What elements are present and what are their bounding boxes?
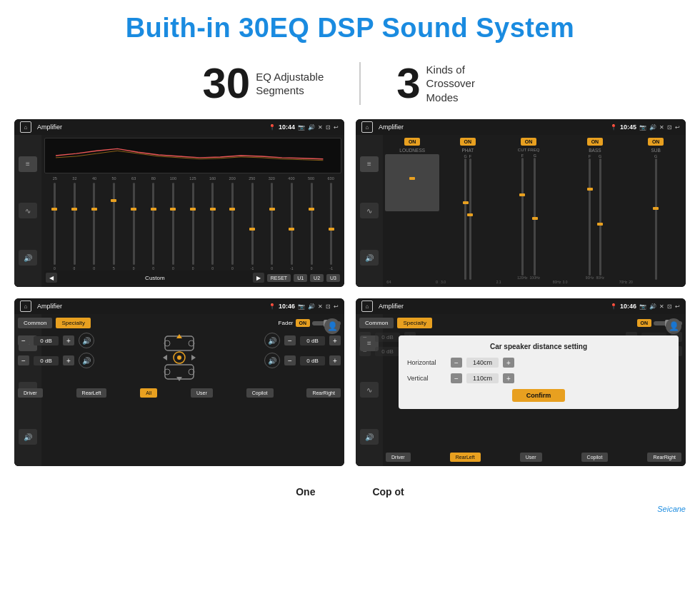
rearright-btn-4[interactable]: RearRight <box>647 453 681 462</box>
eq-reset-btn[interactable]: RESET <box>267 274 291 282</box>
time-4: 10:46 <box>620 303 636 310</box>
cx-cutfreq-f[interactable] <box>521 158 524 276</box>
plus-tl[interactable]: + <box>63 335 74 345</box>
cx-bass-g[interactable] <box>599 158 601 276</box>
sidebar-icon-wave1[interactable]: ∿ <box>19 203 37 218</box>
minus-br[interactable]: − <box>284 355 296 365</box>
minus-tr[interactable]: − <box>284 335 296 345</box>
vertical-plus[interactable]: + <box>503 373 514 383</box>
copilot-btn-4[interactable]: Copilot <box>581 453 609 462</box>
cx-cutfreq-on[interactable]: ON <box>521 138 537 146</box>
plus-br[interactable]: + <box>329 355 341 365</box>
cx-cutfreq-g[interactable] <box>534 158 536 276</box>
rearleft-btn-3[interactable]: RearLeft <box>76 388 107 398</box>
time-3: 10:46 <box>279 303 295 310</box>
home-icon-2[interactable]: ⌂ <box>361 121 373 133</box>
eq-slider-1[interactable]: 0 <box>66 183 84 271</box>
sidebar-icon-eq[interactable]: ≡ <box>19 156 37 172</box>
eq-slider-14[interactable]: -1 <box>322 183 340 271</box>
back-icon-4[interactable]: ↩ <box>675 303 680 310</box>
user-btn-4[interactable]: User <box>520 453 542 462</box>
cx-loudness-on[interactable]: ON <box>404 138 421 146</box>
speaker-row-br: 🔊 − 0 dB + <box>264 353 341 368</box>
eq-slider-2[interactable]: 0 <box>85 183 103 271</box>
sidebar-icon-cx2[interactable]: ∿ <box>360 203 379 218</box>
eq-slider-10[interactable]: -1 <box>244 183 261 271</box>
cx-phat-on[interactable]: ON <box>460 138 476 146</box>
sidebar-icon-cx3[interactable]: 🔊 <box>360 250 379 266</box>
spk-icon-br: 🔊 <box>264 353 280 368</box>
tab-specialty-3[interactable]: Specialty <box>56 318 90 328</box>
dialog-title: Car speaker distance setting <box>407 343 670 350</box>
cx-phat-g[interactable] <box>464 158 466 280</box>
plus-bl[interactable]: + <box>63 355 74 365</box>
screen4-content: ≡ ∿ 🔊 Common Specialty ON 👤 <box>356 314 686 466</box>
copilot-btn-3[interactable]: Copilot <box>246 388 274 398</box>
cx-cutfreq: ON CUT FREQ F 120Hz G 100Hz <box>496 138 561 284</box>
sidebar-icon-cx1[interactable]: ≡ <box>360 156 379 172</box>
back-icon-3[interactable]: ↩ <box>334 303 339 310</box>
minus-tl[interactable]: − <box>18 335 29 345</box>
stats-row: 30 EQ AdjustableSegments 3 Kinds ofCross… <box>0 51 700 119</box>
eq-u2-btn[interactable]: U2 <box>310 274 324 282</box>
cx-sub-on[interactable]: ON <box>648 138 664 146</box>
sq-icon-3: ⊡ <box>326 303 331 310</box>
all-btn-3[interactable]: All <box>140 388 157 398</box>
back-icon-2[interactable]: ↩ <box>675 124 680 131</box>
eq-slider-13[interactable]: 0 <box>303 183 321 271</box>
rearright-btn-3[interactable]: RearRight <box>306 388 341 398</box>
horizontal-plus[interactable]: + <box>503 358 514 368</box>
eq-slider-3[interactable]: 5 <box>105 183 123 271</box>
spec-content: Common Specialty Fader ON 👤 − <box>14 314 344 466</box>
confirm-btn[interactable]: Confirm <box>512 389 566 402</box>
eq-lbl-9: 200 <box>223 176 241 181</box>
screenshots-grid: ⌂ Amplifier 📍 10:44 📷 🔊 ✕ ⊡ ↩ ≡ ∿ 🔊 <box>0 119 700 480</box>
eq-play-btn[interactable]: ▶ <box>253 273 264 283</box>
cx-sub-g[interactable] <box>655 158 657 280</box>
cx-phat-f[interactable] <box>469 158 471 280</box>
fader-on-btn-4[interactable]: ON <box>637 319 652 327</box>
cx-loudness-name: LOUDNESS <box>399 148 425 153</box>
fader-on-btn-3[interactable]: ON <box>296 319 311 327</box>
eq-slider-6[interactable]: 0 <box>164 183 182 271</box>
tab-specialty-4[interactable]: Specialty <box>397 318 431 328</box>
eq-slider-12[interactable]: -1 <box>283 183 301 271</box>
plus-tr[interactable]: + <box>329 335 341 345</box>
driver-btn-3[interactable]: Driver <box>18 388 43 398</box>
home-icon-4[interactable]: ⌂ <box>361 301 373 312</box>
cx-loudness-track[interactable] <box>385 154 439 211</box>
cx-bass-on[interactable]: ON <box>587 138 604 146</box>
vertical-label: Vertical <box>407 375 446 382</box>
eq-slider-7[interactable]: 0 <box>184 183 202 271</box>
speaker-row-tr: 🔊 − 0 dB + <box>264 333 341 348</box>
eq-u1-btn[interactable]: U1 <box>294 274 307 282</box>
eq-slider-8[interactable]: 0 <box>204 183 221 271</box>
eq-slider-4[interactable]: 0 <box>125 183 143 271</box>
x-icon-1: ✕ <box>318 124 323 131</box>
eq-slider-11[interactable]: 0 <box>263 183 281 271</box>
db-tr: 0 dB <box>300 336 325 345</box>
eq-slider-0[interactable]: 0 <box>46 183 64 271</box>
back-icon-1[interactable]: ↩ <box>334 124 339 131</box>
vertical-minus[interactable]: − <box>451 373 462 383</box>
tab-common-3[interactable]: Common <box>18 318 52 328</box>
screen-crossover: ⌂ Amplifier 📍 10:45 📷 🔊 ✕ ⊡ ↩ ≡ ∿ 🔊 U1 U… <box>356 119 686 287</box>
eq-slider-5[interactable]: 0 <box>144 183 162 271</box>
horizontal-minus[interactable]: − <box>451 358 462 368</box>
tab-common-4[interactable]: Common <box>359 318 394 328</box>
vol-icon-4: 🔊 <box>649 303 656 310</box>
eq-lbl-3: 50 <box>105 176 124 181</box>
status-bar-2: ⌂ Amplifier 📍 10:45 📷 🔊 ✕ ⊡ ↩ <box>356 119 686 135</box>
eq-prev-btn[interactable]: ◀ <box>46 273 57 283</box>
eq-u3-btn[interactable]: U3 <box>326 274 340 282</box>
minus-bl[interactable]: − <box>18 355 29 365</box>
eq-main-area: 25 32 40 50 63 80 100 125 160 200 250 32… <box>41 135 344 287</box>
rearleft-btn-4[interactable]: RearLeft <box>450 453 481 462</box>
home-icon-3[interactable]: ⌂ <box>20 301 31 312</box>
cx-bass-f[interactable] <box>589 158 591 276</box>
user-btn-3[interactable]: User <box>191 388 213 398</box>
home-icon-1[interactable]: ⌂ <box>20 121 31 133</box>
driver-btn-4[interactable]: Driver <box>386 453 411 462</box>
eq-slider-9[interactable]: 0 <box>224 183 241 271</box>
sidebar-icon-vol1[interactable]: 🔊 <box>19 250 37 266</box>
